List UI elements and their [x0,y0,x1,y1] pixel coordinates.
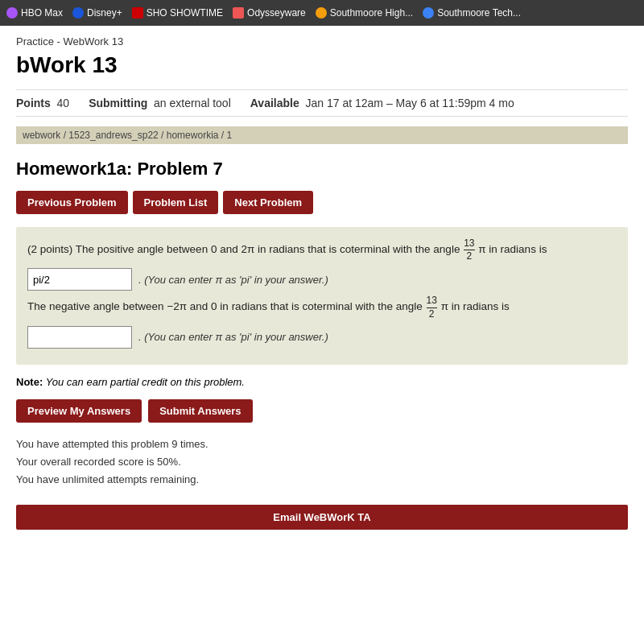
available-label: Available Jan 17 at 12am – May 6 at 11:5… [250,97,514,109]
tab-odyssey[interactable]: Odysseyware [233,7,306,19]
tab-odyssey-icon [233,7,244,19]
problem-description-2: The negative angle between −2π and 0 in … [27,295,617,319]
tab-southmoore1-icon [316,7,327,19]
tab-disney[interactable]: Disney+ [72,7,122,19]
action-buttons: Preview My Answers Submit Answers [16,399,628,423]
fraction-2: 13 2 [427,295,437,319]
attempt-line-2: Your overall recorded score is 50%. [16,453,628,471]
tab-showtime-icon [132,7,143,19]
answer-row-1: . (You can enter π as 'pi' in your answe… [27,268,617,291]
problem-description-1: (2 points) The positive angle between 0 … [27,238,617,262]
points-label: Points 40 [16,97,69,109]
problem-list-button[interactable]: Problem List [133,191,219,214]
page-content: Practice - WebWork 13 bWork 13 Points 40… [0,26,644,539]
problem-nav-buttons: Previous Problem Problem List Next Probl… [16,191,628,214]
tab-showtime[interactable]: SHO SHOWTIME [132,7,223,19]
previous-problem-button[interactable]: Previous Problem [16,191,128,214]
tab-hbo-icon [6,7,18,19]
browser-toolbar: HBO Max Disney+ SHO SHOWTIME Odysseyware… [0,0,644,26]
page-subtitle: Practice - WebWork 13 [16,35,628,47]
attempt-line-3: You have unlimited attempts remaining. [16,471,628,489]
tab-hbo[interactable]: HBO Max [6,7,63,19]
answer-input-2[interactable] [27,326,132,349]
answer-row-2: . (You can enter π as 'pi' in your answe… [27,326,617,349]
submitting-label: Submitting an external tool [89,97,231,109]
problem-body: (2 points) The positive angle between 0 … [16,227,628,365]
page-title: bWork 13 [16,52,628,78]
submit-answers-button[interactable]: Submit Answers [148,399,252,423]
tab-southmoore2[interactable]: Southmoore Tech... [423,7,521,19]
next-problem-button[interactable]: Next Problem [223,191,313,214]
answer-input-1[interactable] [27,268,132,291]
breadcrumb: webwork / 1523_andrews_sp22 / homeworkia… [16,126,628,144]
note-section: Note: You can earn partial credit on thi… [16,376,628,388]
email-ta-button[interactable]: Email WeBWorK TA [16,505,628,530]
meta-bar: Points 40 Submitting an external tool Av… [16,89,628,117]
tab-disney-icon [72,7,84,19]
preview-answers-button[interactable]: Preview My Answers [16,399,142,423]
attempt-line-1: You have attempted this problem 9 times. [16,436,628,453]
attempt-info: You have attempted this problem 9 times.… [16,436,628,489]
tab-southmoore2-icon [423,7,434,19]
fraction-1: 13 2 [464,238,474,262]
problem-title: Homework1a: Problem 7 [16,159,628,180]
tab-southmoore1[interactable]: Southmoore High... [316,7,413,19]
